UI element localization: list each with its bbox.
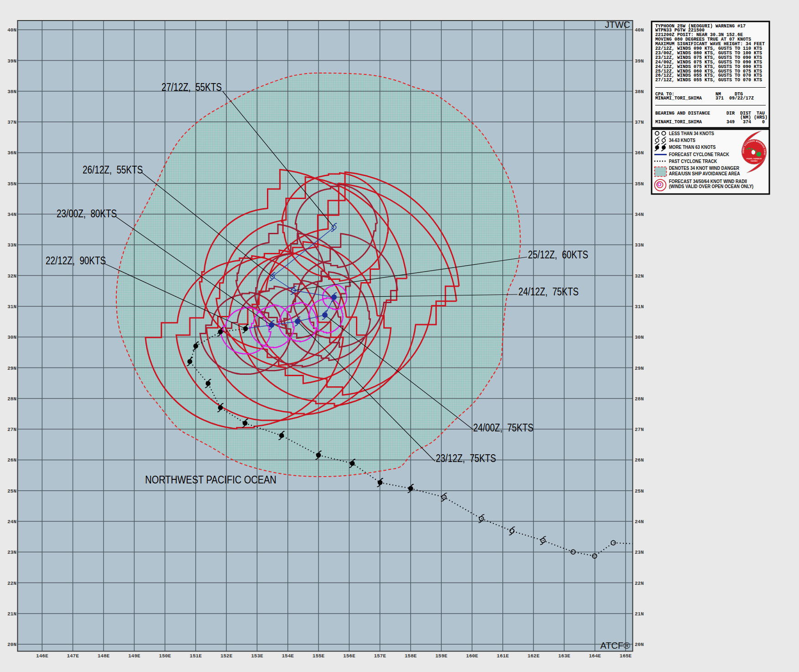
- svg-text:27N: 27N: [7, 427, 16, 432]
- svg-text:26N: 26N: [7, 457, 16, 463]
- svg-text:31N: 31N: [635, 304, 644, 310]
- svg-text:23/12Z, 75KTS: 23/12Z, 75KTS: [436, 452, 496, 464]
- svg-text:40N: 40N: [7, 27, 16, 33]
- svg-text:ATCF®: ATCF®: [601, 640, 631, 651]
- svg-text:24N: 24N: [7, 519, 16, 525]
- svg-text:39N: 39N: [7, 58, 16, 64]
- svg-text:152E: 152E: [220, 653, 233, 659]
- svg-text:23N: 23N: [7, 550, 16, 555]
- svg-text:38N: 38N: [635, 89, 644, 94]
- svg-text:161E: 161E: [497, 653, 509, 659]
- svg-text:40N: 40N: [635, 27, 644, 33]
- svg-text:29N: 29N: [635, 366, 644, 371]
- svg-text:22N: 22N: [635, 581, 644, 586]
- svg-text:146E: 146E: [36, 653, 48, 659]
- svg-text:37N: 37N: [7, 120, 16, 125]
- svg-text:HAWAII: HAWAII: [751, 160, 757, 162]
- svg-text:28N: 28N: [635, 396, 644, 402]
- svg-text:36N: 36N: [635, 150, 644, 156]
- svg-text:149E: 149E: [128, 653, 141, 659]
- svg-text:24/12Z, 75KTS: 24/12Z, 75KTS: [518, 286, 579, 297]
- svg-text:JTWC: JTWC: [605, 20, 630, 30]
- svg-text:34-63 KNOTS: 34-63 KNOTS: [669, 137, 695, 143]
- svg-text:148E: 148E: [98, 653, 110, 659]
- svg-text:32N: 32N: [7, 273, 16, 279]
- svg-text:26N: 26N: [635, 457, 644, 463]
- svg-text:35N: 35N: [7, 181, 16, 187]
- svg-text:158E: 158E: [405, 653, 417, 659]
- svg-text:27N: 27N: [635, 427, 644, 432]
- svg-text:31N: 31N: [7, 304, 16, 310]
- svg-text:162E: 162E: [527, 653, 540, 659]
- svg-text:MORE THAN 63 KNOTS: MORE THAN 63 KNOTS: [669, 144, 716, 150]
- svg-text:38N: 38N: [7, 89, 16, 94]
- svg-text:34N: 34N: [635, 212, 644, 217]
- svg-text:27/12Z, 55KTS: 27/12Z, 55KTS: [162, 81, 222, 93]
- svg-text:20N: 20N: [7, 642, 16, 647]
- svg-text:23/00Z, 80KTS: 23/00Z, 80KTS: [57, 208, 117, 219]
- svg-text:FORECAST CYCLONE TRACK: FORECAST CYCLONE TRACK: [669, 152, 729, 157]
- svg-text:24/00Z, 75KTS: 24/00Z, 75KTS: [473, 422, 533, 433]
- svg-text:33N: 33N: [7, 242, 16, 248]
- svg-text:35N: 35N: [635, 181, 644, 187]
- svg-text:MINAMI_TORI_SHIMA 371 09/: MINAMI_TORI_SHIMA 371 09/22/17Z: [655, 96, 754, 101]
- svg-text:MINAMI_TORI_SHIMA 349: MINAMI_TORI_SHIMA 349 374 0: [655, 120, 765, 125]
- svg-text:25N: 25N: [635, 488, 644, 494]
- svg-text:151E: 151E: [190, 653, 202, 659]
- svg-text:37N: 37N: [635, 120, 644, 125]
- svg-text:163E: 163E: [558, 653, 570, 659]
- svg-text:FORECAST 34/50/64 KNOT WIND RA: FORECAST 34/50/64 KNOT WIND RADII: [669, 178, 747, 184]
- svg-text:(WINDS VALID OVER OPEN OCEAN O: (WINDS VALID OVER OPEN OCEAN ONLY): [669, 184, 753, 189]
- svg-text:30N: 30N: [635, 335, 644, 340]
- svg-text:PAST CYCLONE TRACK: PAST CYCLONE TRACK: [669, 158, 717, 164]
- svg-text:39N: 39N: [635, 58, 644, 64]
- svg-text:32N: 32N: [635, 273, 644, 279]
- svg-text:21N: 21N: [7, 611, 16, 617]
- svg-text:LESS THAN 34 KNOTS: LESS THAN 34 KNOTS: [669, 131, 714, 136]
- svg-text:21N: 21N: [635, 611, 644, 617]
- svg-text:30N: 30N: [7, 335, 16, 340]
- svg-text:28N: 28N: [7, 396, 16, 402]
- svg-text:150E: 150E: [159, 653, 171, 659]
- svg-text:NORTHWEST PACIFIC OCEAN: NORTHWEST PACIFIC OCEAN: [145, 473, 277, 486]
- svg-text:155E: 155E: [313, 653, 325, 659]
- svg-text:165E: 165E: [620, 653, 632, 659]
- svg-text:154E: 154E: [282, 653, 294, 659]
- svg-text:23N: 23N: [635, 550, 644, 555]
- svg-text:22/12Z, 90KTS: 22/12Z, 90KTS: [46, 255, 106, 266]
- svg-text:156E: 156E: [343, 653, 355, 659]
- svg-text:AREA/USN SHIP AVOIDANCE AREA: AREA/USN SHIP AVOIDANCE AREA: [669, 171, 740, 176]
- svg-text:DENOTES 34 KNOT WIND DANGER: DENOTES 34 KNOT WIND DANGER: [669, 165, 739, 171]
- svg-text:27/12Z, WINDS 055 KTS, GUSTS T: 27/12Z, WINDS 055 KTS, GUSTS TO 070 KTS: [655, 78, 762, 83]
- svg-text:20N: 20N: [635, 642, 644, 647]
- svg-text:153E: 153E: [251, 653, 263, 659]
- svg-text:36N: 36N: [7, 150, 16, 156]
- svg-text:164E: 164E: [589, 653, 601, 659]
- svg-text:25/12Z, 60KTS: 25/12Z, 60KTS: [528, 249, 588, 260]
- svg-text:PEARL HARBOR: PEARL HARBOR: [747, 158, 762, 160]
- svg-text:159E: 159E: [435, 653, 448, 659]
- svg-text:22N: 22N: [7, 581, 16, 586]
- svg-text:160E: 160E: [466, 653, 478, 659]
- svg-text:34N: 34N: [7, 212, 16, 217]
- svg-text:33N: 33N: [635, 242, 644, 248]
- svg-text:147E: 147E: [67, 653, 79, 659]
- svg-text:24N: 24N: [635, 519, 644, 525]
- svg-text:157E: 157E: [374, 653, 386, 659]
- svg-text:26/12Z, 55KTS: 26/12Z, 55KTS: [83, 164, 143, 175]
- svg-text:25N: 25N: [7, 488, 16, 494]
- svg-text:29N: 29N: [7, 366, 16, 371]
